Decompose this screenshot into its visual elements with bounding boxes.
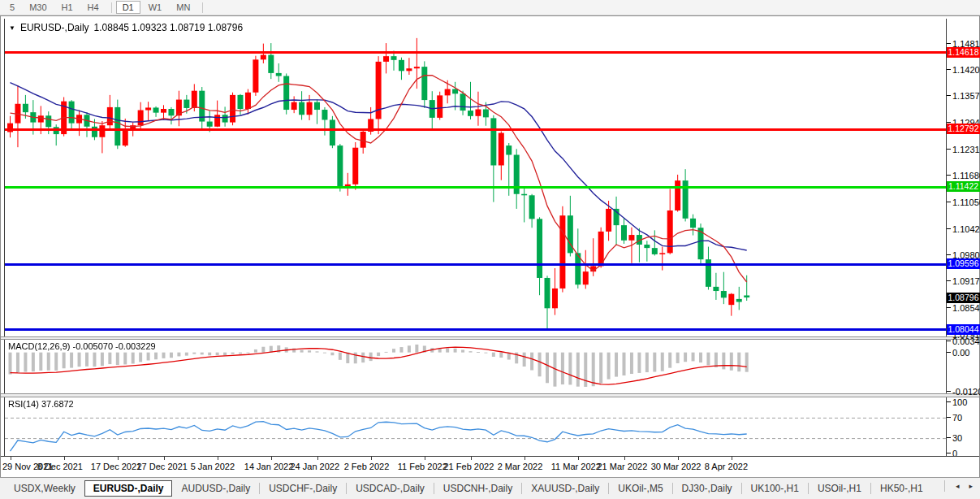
price-axis-tick: 1.13570 [952, 91, 980, 101]
time-axis-tick [218, 457, 218, 460]
timeframe-button-h4[interactable]: H4 [81, 1, 106, 14]
time-axis-label: 5 Jan 2022 [191, 462, 235, 471]
time-axis-tick [732, 457, 732, 460]
timeframe-toolbar: 5M30H1H4D1W1MN [0, 0, 980, 15]
time-axis-tick [11, 457, 11, 460]
time-axis-tick [578, 457, 579, 460]
time-axis-label: 8 Dec 2021 [37, 462, 83, 471]
rsi-axis-tick: 100 [952, 397, 967, 407]
current-price-badge: 1.08796 [947, 293, 980, 303]
macd-axis-tick: 0.003408 [952, 336, 980, 346]
trading-app: 5M30H1H4D1W1MN ▼ EURUSD-,Daily 1.08845 1… [0, 0, 980, 499]
time-axis-tick [525, 457, 525, 460]
time-axis-tick [678, 457, 679, 460]
chart-tab[interactable]: USOil-,H1 [809, 480, 870, 497]
time-axis-tick [317, 457, 318, 460]
price-axis-tick: 1.12310 [952, 145, 980, 154]
pane-splitter[interactable] [1, 393, 979, 397]
price-axis-tick: 1.10420 [952, 224, 980, 234]
symbol-dropdown-triangle-icon[interactable]: ▼ [9, 24, 15, 32]
timeframe-button-w1[interactable]: W1 [142, 1, 169, 14]
tab-scroll-left-icon[interactable]: ◂ [952, 480, 964, 492]
chart-tab[interactable]: DJ30-,Daily [673, 480, 741, 497]
timeframe-button-5[interactable]: 5 [3, 1, 21, 14]
time-axis-tick [624, 457, 625, 460]
level-price-badge: 1.14618 [947, 47, 980, 58]
price-axis-tick: 1.14200 [952, 65, 980, 75]
time-axis-label: 8 Apr 2022 [705, 462, 748, 471]
toolbar-separator [202, 2, 203, 13]
chart-tab[interactable]: AUDUSD-,Daily [172, 480, 259, 497]
level-price-badge: 1.12792 [947, 124, 980, 134]
time-axis: 29 Nov 20218 Dec 202117 Dec 202127 Dec 2… [1, 456, 979, 477]
time-axis-label: 21 Feb 2022 [444, 462, 494, 471]
time-axis-label: 30 Mar 2022 [651, 462, 702, 471]
chart-tab[interactable]: USDCHF-,Daily [260, 480, 346, 497]
chart-tab[interactable]: USDCNH-,Daily [434, 480, 521, 497]
time-axis-label: 14 Jan 2022 [244, 462, 294, 471]
time-axis-label: 11 Mar 2022 [551, 462, 601, 471]
toolbar-separator [111, 2, 112, 13]
time-axis-label: 24 Jan 2022 [291, 462, 340, 471]
symbol-label: EURUSD-,Daily [20, 22, 89, 33]
chart-tab[interactable]: EURUSD-,Daily [84, 480, 173, 497]
pane-splitter[interactable] [1, 336, 979, 340]
chart-title: ▼ EURUSD-,Daily 1.08845 1.09323 1.08719 … [9, 22, 243, 33]
price-chart-canvas[interactable] [5, 19, 946, 336]
macd-axis-tick: -0.012058 [952, 387, 980, 397]
timeframe-button-d1[interactable]: D1 [116, 1, 140, 14]
plot-left-border [4, 19, 5, 456]
timeframe-button-mn[interactable]: MN [170, 1, 196, 14]
chart-tab[interactable]: UKOil-,M5 [609, 480, 671, 497]
time-axis-label: 11 Feb 2022 [398, 462, 447, 471]
rsi-axis-tick: 70 [952, 413, 962, 423]
chart-tab[interactable]: HK50-,H1 [871, 480, 932, 497]
tab-separator [944, 480, 945, 492]
time-axis-tick [371, 457, 372, 460]
time-axis-label: 17 Dec 2021 [91, 462, 141, 471]
price-axis-tick: 1.11680 [952, 171, 980, 180]
chart-tab[interactable]: UK100-,H1 [742, 480, 808, 497]
level-price-badge: 1.11422 [947, 181, 980, 192]
chart-tab[interactable]: USDX,Weekly [5, 480, 84, 497]
tab-scroll-right-icon[interactable]: ▸ [965, 480, 977, 492]
level-price-badge: 1.09596 [947, 258, 980, 269]
chart-tab[interactable]: USDCAD-,Daily [347, 480, 434, 497]
time-axis-tick [471, 457, 472, 460]
price-axis-tick: 1.09175 [952, 276, 980, 286]
macd-label: MACD(12,26,9) -0.005070 -0.003229 [8, 341, 156, 351]
rsi-axis-tick: 30 [952, 433, 962, 443]
time-axis-label: 27 Dec 2021 [137, 462, 188, 471]
price-axis-tick: 1.08545 [952, 303, 980, 313]
rsi-indicator-canvas[interactable] [5, 397, 946, 456]
time-axis-label: 2 Mar 2022 [498, 462, 543, 471]
time-axis-label: 21 Mar 2022 [598, 462, 648, 471]
chart-tab[interactable]: XAUUSD-,Daily [522, 480, 608, 497]
ohlc-quote: 1.08845 1.09323 1.08719 1.08796 [94, 22, 244, 33]
timeframe-button-m30[interactable]: M30 [23, 1, 53, 14]
chart-tab-bar: USDX,WeeklyEURUSD-,DailyAUDUSD-,DailyUSD… [0, 477, 980, 499]
chart-window: ▼ EURUSD-,Daily 1.08845 1.09323 1.08719 … [0, 15, 980, 477]
time-axis-tick [271, 457, 272, 460]
time-axis-tick [164, 457, 165, 460]
timeframe-button-h1[interactable]: H1 [55, 1, 80, 14]
time-axis-label: 2 Feb 2022 [344, 462, 390, 471]
macd-axis-tick: 0.00 [952, 348, 969, 358]
price-axis-tick: 1.11050 [952, 197, 980, 207]
time-axis-tick [425, 457, 425, 460]
time-axis-tick [64, 457, 65, 460]
level-price-badge: 1.08044 [947, 324, 980, 335]
rsi-label: RSI(14) 37.6872 [8, 399, 74, 409]
time-axis-tick [118, 457, 119, 460]
